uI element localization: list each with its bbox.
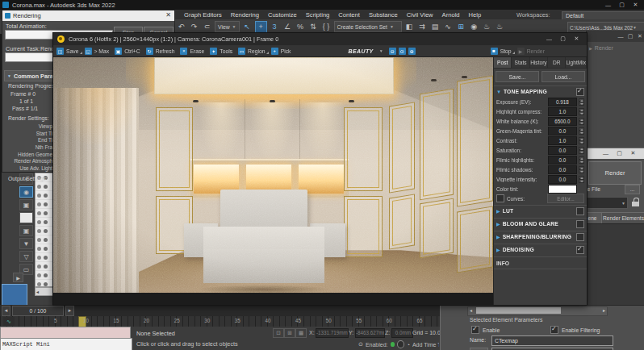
menu-item[interactable]: Help (469, 11, 482, 19)
z-coordinate-field[interactable]: 0.0mm (391, 328, 413, 338)
absolute-mode-icon[interactable]: ⊞ (284, 328, 295, 338)
section-checkbox[interactable] (576, 233, 584, 241)
schematic-view-icon[interactable]: ⊞ (456, 22, 466, 32)
list-item[interactable] (36, 280, 53, 287)
list-item[interactable] (36, 253, 53, 262)
view-dropdown[interactable]: View▼ (215, 21, 240, 32)
section-checkbox[interactable] (576, 246, 584, 254)
parameter-value-field[interactable]: 0.0 (548, 175, 577, 184)
menu-item[interactable]: Customize (268, 11, 297, 19)
menu-item[interactable]: Content (338, 11, 360, 19)
collapsed-arrow-icon[interactable]: ▶ (496, 221, 500, 227)
panel-tab[interactable]: DR (548, 57, 566, 68)
list-item[interactable] (36, 244, 53, 253)
panel-section-header[interactable]: ▶ LUT (494, 205, 587, 216)
select-and-move-icon[interactable]: + (255, 21, 267, 33)
color-tint-swatch[interactable] (548, 185, 577, 194)
list-item[interactable] (36, 262, 53, 271)
list-item[interactable] (36, 218, 53, 227)
eye-toggle-icon[interactable] (37, 256, 41, 260)
curves-editor-button[interactable]: Editor... (547, 194, 584, 203)
workspace-dropdown[interactable]: Default (562, 11, 644, 20)
scene-explorer-list[interactable] (35, 173, 54, 287)
enable-checkbox[interactable] (471, 326, 479, 334)
menu-item[interactable]: Civil View (407, 11, 433, 19)
files-browse-button[interactable]: ... (625, 185, 640, 194)
create-selection-set-dropdown[interactable]: Create Selection Set▼ (334, 21, 402, 32)
next-frame-button[interactable]: ► (65, 306, 74, 316)
list-item[interactable] (36, 200, 53, 209)
eye-toggle-icon[interactable] (37, 238, 41, 242)
add-time-tag[interactable]: Add Time T (412, 342, 439, 348)
light-toggle-icon[interactable] (44, 238, 48, 242)
list-item[interactable] (36, 271, 53, 280)
menu-item[interactable]: Rendering (231, 11, 259, 19)
expand-arrow-icon[interactable]: ▼ (496, 90, 501, 94)
lock-view-icon[interactable] (631, 197, 642, 207)
eye-toggle-icon[interactable] (37, 282, 41, 286)
redo-icon[interactable]: ↷ (189, 22, 199, 32)
swatch-icon[interactable] (19, 212, 33, 223)
close-button[interactable]: ✕ (629, 1, 642, 9)
tab-render-elements[interactable]: Render Elements (601, 212, 644, 224)
light-toggle-icon[interactable] (44, 265, 48, 269)
list-item[interactable] (36, 235, 53, 244)
curves-checkbox[interactable] (496, 194, 504, 202)
zoom-in-button[interactable]: ⊕ (408, 48, 416, 55)
rs-minimize-icon[interactable]: — (599, 149, 613, 157)
menu-item[interactable]: Graph Editors (184, 11, 222, 19)
maximize-button[interactable]: ▢ (615, 1, 629, 9)
region-button[interactable]: ▭Region (238, 48, 266, 55)
scrollbar-thumb[interactable] (476, 307, 561, 314)
light-toggle-icon[interactable] (44, 256, 48, 260)
mini-curve-editor-button[interactable]: ∿ (3, 317, 15, 326)
enable-filtering-checkbox[interactable] (550, 326, 558, 334)
panel-section-header[interactable]: ▶ SHARPENING/BLURRING (494, 231, 587, 242)
zoom-out-button[interactable]: ⊖ (389, 48, 396, 55)
corona-close-icon[interactable]: ✕ (570, 35, 583, 43)
list-item[interactable] (36, 227, 53, 235)
light-toggle-icon[interactable] (44, 247, 48, 251)
eye-toggle-icon[interactable] (37, 247, 41, 251)
frame-counter[interactable]: 0 / 100 (12, 306, 64, 316)
filter-icon[interactable]: ▽ (19, 251, 33, 262)
parameter-value-field[interactable]: 0.0 (548, 165, 577, 174)
panel-tab[interactable]: LightMix (566, 57, 587, 68)
scroll-left-icon[interactable]: ◂ (470, 307, 472, 313)
pick-button[interactable]: +Pick (271, 48, 291, 55)
copy-button[interactable]: ▣Ctrl+C (115, 48, 140, 55)
spinner-snap-icon[interactable]: ⇅ (308, 22, 319, 32)
corona-maximize-icon[interactable]: ▢ (556, 35, 570, 43)
align-icon[interactable]: ⇉ (417, 22, 428, 32)
render-setup-teapot-icon[interactable]: ♨ (482, 22, 492, 32)
light-toggle-icon[interactable] (44, 282, 48, 286)
collapsed-arrow-icon[interactable]: ▶ (496, 208, 500, 214)
section-checkbox[interactable] (576, 220, 584, 228)
save-button[interactable]: ◫Save (56, 48, 79, 55)
eye-toggle-icon[interactable] (37, 185, 41, 189)
section-checkbox[interactable] (576, 207, 584, 215)
curve-editor-icon[interactable]: ∿ (443, 22, 454, 32)
bg-minimize-icon[interactable]: — (616, 32, 625, 40)
maxscript-mini-listener[interactable]: MAXScript Mini (0, 338, 132, 350)
tone-mapping-checkbox[interactable] (576, 88, 584, 96)
element-name-field[interactable]: CTexmap (491, 335, 613, 346)
parameter-value-field[interactable]: 0.918 (548, 98, 577, 106)
track-bar[interactable]: ∿ 5101520253035404550556065 (0, 316, 440, 327)
rs-close-icon[interactable]: ✕ (626, 149, 640, 157)
eye-toggle-icon[interactable] (37, 220, 41, 224)
bg-maximize-icon[interactable]: ▢ (625, 32, 635, 40)
save-settings-button[interactable]: Save... (496, 71, 539, 82)
menu-item[interactable]: Substance (369, 11, 398, 19)
tone-mapping-header[interactable]: ▼ TONE MAPPING (494, 85, 587, 97)
start-render-button[interactable]: ▶Render (517, 48, 545, 55)
spinner-control[interactable] (579, 137, 584, 144)
light-toggle-icon[interactable] (44, 273, 48, 277)
eye-toggle-icon[interactable] (37, 265, 41, 269)
rs-maximize-icon[interactable]: ▢ (613, 149, 626, 157)
selection-color-swatch[interactable] (2, 284, 27, 306)
spinner-control[interactable] (579, 118, 584, 125)
parameter-value-field[interactable]: 1.0 (548, 136, 577, 145)
parameter-value-field[interactable]: 1.0 (548, 107, 577, 116)
undo-icon[interactable]: ↶ (176, 22, 186, 32)
